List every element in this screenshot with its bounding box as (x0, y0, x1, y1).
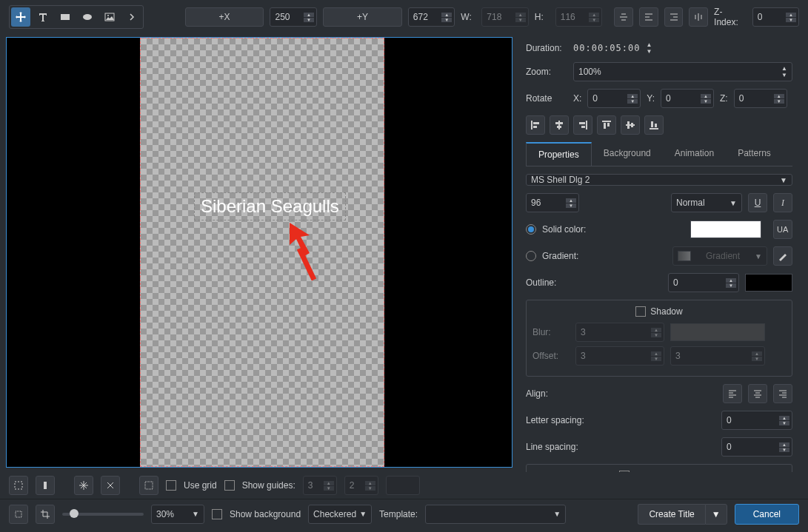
tabs: Properties Background Animation Patterns (526, 142, 792, 166)
ruler-btn[interactable] (36, 476, 55, 495)
x-position-input[interactable]: 250▲▼ (270, 7, 316, 27)
align-center-h-btn[interactable] (550, 115, 569, 135)
rotate-z-input[interactable]: 0▲▼ (734, 89, 787, 108)
text-object[interactable]: Siberian Seagulls (194, 192, 346, 220)
duration-label: Duration: (526, 43, 567, 53)
bg-mode-select[interactable]: Checkered▼ (308, 505, 372, 524)
font-weight-select[interactable]: Normal▼ (671, 193, 742, 212)
typewriter-label: Typewriter effect (634, 471, 699, 472)
unicolor-button[interactable]: UA (773, 220, 792, 239)
text-align-center[interactable] (748, 384, 767, 403)
svg-rect-9 (557, 126, 561, 128)
show-guides-label: Show guides: (242, 480, 296, 491)
gradient-radio[interactable] (526, 251, 536, 261)
plus-y-button[interactable]: +Y (323, 7, 402, 27)
svg-rect-15 (607, 123, 610, 127)
show-guides-checkbox[interactable] (224, 480, 235, 491)
align-btn-4[interactable] (689, 7, 708, 27)
tab-background[interactable]: Background (592, 142, 663, 166)
create-title-menu[interactable]: ▼ (705, 504, 727, 525)
outline-label: Outline: (526, 277, 592, 288)
bound-box-btn[interactable] (9, 476, 28, 495)
fit-btn[interactable] (9, 505, 28, 524)
crop-btn[interactable] (36, 505, 55, 524)
bottom-toolbar-1: Use grid Show guides: 3▲▼ 2▲▼ (0, 472, 808, 499)
line-spacing-input[interactable]: 0▲▼ (721, 437, 792, 457)
font-size-input[interactable]: 96▲▼ (526, 193, 579, 212)
selection-btn[interactable] (139, 476, 158, 495)
align-left-btn[interactable] (526, 115, 545, 135)
svg-rect-6 (533, 126, 537, 128)
y-position-input[interactable]: 672▲▼ (408, 7, 455, 27)
svg-rect-19 (650, 128, 658, 129)
text-align-right[interactable] (773, 384, 792, 403)
offset-label: Offset: (532, 351, 570, 361)
align-right-btn[interactable] (573, 115, 592, 135)
create-title-button[interactable]: Create Title (638, 504, 704, 525)
shadow-group: Shadow Blur: 3▲▼ Offset: 3▲▼ 3▲▼ (526, 300, 792, 377)
snap-btn-2[interactable] (101, 476, 120, 495)
rotate-label: Rotate (526, 93, 567, 104)
svg-rect-8 (555, 122, 563, 124)
text-tool[interactable] (33, 7, 53, 27)
template-select[interactable]: ▼ (425, 505, 566, 524)
align-top-btn[interactable] (597, 115, 616, 135)
bottom-toolbar-2: 30%▼ Show background Checkered▼ Template… (0, 499, 808, 528)
duration-value[interactable]: 00:00:05:00 (573, 43, 640, 53)
rotate-x-input[interactable]: 0▲▼ (587, 89, 641, 108)
rotate-y-label: Y: (647, 93, 655, 104)
tab-properties[interactable]: Properties (526, 142, 592, 166)
offset-y-input: 3▲▼ (670, 346, 765, 366)
rect-tool[interactable] (56, 7, 75, 27)
svg-rect-4 (531, 121, 532, 129)
gradient-edit-button[interactable] (773, 246, 792, 266)
text-align-left[interactable] (723, 384, 742, 403)
blur-label: Blur: (532, 327, 570, 337)
align-btn-1[interactable] (614, 7, 633, 27)
zoom-slider[interactable] (62, 513, 144, 516)
font-select[interactable]: MS Shell Dlg 2▼ (526, 174, 792, 186)
plus-x-button[interactable]: +X (185, 7, 264, 27)
rotate-y-input[interactable]: 0▲▼ (661, 89, 714, 108)
canvas-zoom-select[interactable]: 30%▼ (151, 505, 204, 524)
canvas-page[interactable]: Siberian Seagulls (140, 38, 384, 467)
svg-rect-25 (145, 482, 153, 489)
svg-rect-7 (558, 121, 560, 129)
svg-rect-26 (16, 511, 21, 517)
align-btn-3[interactable] (664, 7, 684, 27)
align-btn-2[interactable] (639, 7, 658, 27)
cancel-button[interactable]: Cancel (735, 504, 799, 525)
underline-button[interactable]: U (748, 193, 767, 212)
snap-btn-1[interactable] (74, 476, 93, 495)
image-tool[interactable] (100, 7, 119, 27)
use-grid-checkbox[interactable] (166, 480, 176, 491)
zoom-select[interactable]: 100%▲▼ (573, 62, 792, 81)
svg-rect-14 (604, 123, 606, 129)
typewriter-checkbox[interactable] (619, 471, 630, 472)
tab-animation[interactable]: Animation (663, 142, 726, 166)
svg-point-1 (83, 14, 92, 20)
tab-patterns[interactable]: Patterns (726, 142, 783, 166)
more-tools[interactable] (122, 7, 141, 27)
align-center-v-btn[interactable] (621, 115, 640, 135)
move-tool[interactable] (11, 7, 30, 27)
outline-width-input[interactable]: 0▲▼ (668, 273, 739, 292)
blur-input: 3▲▼ (575, 323, 664, 342)
solid-color-radio[interactable] (526, 224, 536, 235)
ellipse-tool[interactable] (78, 7, 97, 27)
shadow-checkbox[interactable] (635, 306, 646, 317)
zindex-input[interactable]: 0▲▼ (752, 7, 799, 27)
outline-color-swatch[interactable] (745, 274, 792, 292)
canvas[interactable]: Siberian Seagulls (6, 37, 512, 468)
width-input: 718▲▼ (481, 7, 528, 27)
svg-point-3 (107, 15, 109, 16)
svg-rect-13 (602, 121, 611, 122)
shadow-label: Shadow (650, 306, 682, 317)
svg-rect-11 (579, 122, 585, 124)
fill-color-swatch[interactable] (690, 220, 761, 238)
svg-rect-21 (655, 124, 657, 127)
show-bg-checkbox[interactable] (212, 509, 222, 519)
align-bottom-btn[interactable] (644, 115, 664, 135)
italic-button[interactable]: I (773, 193, 792, 212)
letter-spacing-input[interactable]: 0▲▼ (721, 411, 792, 430)
